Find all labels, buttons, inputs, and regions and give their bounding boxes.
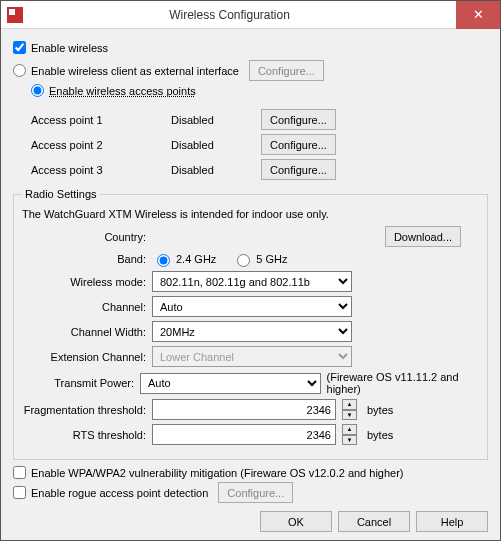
rts-threshold-input[interactable] bbox=[152, 424, 336, 445]
wpa-mitigation-label: Enable WPA/WPA2 vulnerability mitigation… bbox=[31, 467, 404, 479]
cancel-button[interactable]: Cancel bbox=[338, 511, 410, 532]
rts-threshold-label: RTS threshold: bbox=[22, 429, 152, 441]
ap1-name: Access point 1 bbox=[31, 114, 171, 126]
wpa-mitigation-input[interactable] bbox=[13, 466, 26, 479]
rts-unit: bytes bbox=[367, 429, 393, 441]
frag-unit: bytes bbox=[367, 404, 393, 416]
wireless-mode-select[interactable]: 802.11n, 802.11g and 802.11b bbox=[152, 271, 352, 292]
rts-spinner[interactable]: ▲ ▼ bbox=[342, 424, 357, 445]
ap3-status: Disabled bbox=[171, 164, 261, 176]
band-24-input[interactable] bbox=[157, 254, 170, 267]
ap-row-2: Access point 2 Disabled Configure... bbox=[31, 134, 488, 155]
enable-wireless-checkbox[interactable]: Enable wireless bbox=[13, 41, 488, 54]
download-button[interactable]: Download... bbox=[385, 226, 461, 247]
ap1-status: Disabled bbox=[171, 114, 261, 126]
dialog-buttons: OK Cancel Help bbox=[260, 511, 488, 532]
mode-client-configure-button: Configure... bbox=[249, 60, 324, 81]
ap3-name: Access point 3 bbox=[31, 164, 171, 176]
ap2-name: Access point 2 bbox=[31, 139, 171, 151]
transmit-power-hint: (Fireware OS v11.11.2 and higher) bbox=[327, 371, 479, 395]
channel-width-select[interactable]: 20MHz bbox=[152, 321, 352, 342]
extension-channel-label: Extension Channel: bbox=[22, 351, 152, 363]
ap1-configure-button[interactable]: Configure... bbox=[261, 109, 336, 130]
ap2-configure-button[interactable]: Configure... bbox=[261, 134, 336, 155]
band-24-label: 2.4 GHz bbox=[176, 253, 216, 265]
enable-wireless-label: Enable wireless bbox=[31, 42, 108, 54]
wireless-mode-label: Wireless mode: bbox=[22, 276, 152, 288]
rogue-ap-checkbox[interactable]: Enable rogue access point detection bbox=[13, 486, 208, 499]
help-button[interactable]: Help bbox=[416, 511, 488, 532]
transmit-power-select[interactable]: Auto bbox=[140, 373, 321, 394]
country-label: Country: bbox=[22, 231, 152, 243]
rogue-configure-button: Configure... bbox=[218, 482, 293, 503]
indoor-note: The WatchGuard XTM Wireless is intended … bbox=[22, 208, 479, 220]
titlebar: Wireless Configuration ✕ bbox=[1, 1, 500, 29]
mode-client-label: Enable wireless client as external inter… bbox=[31, 65, 239, 77]
frag-spin-up[interactable]: ▲ bbox=[342, 399, 357, 410]
mode-ap-label: Enable wireless access points bbox=[49, 85, 196, 97]
channel-select[interactable]: Auto bbox=[152, 296, 352, 317]
radio-settings-group: Radio Settings The WatchGuard XTM Wirele… bbox=[13, 188, 488, 460]
band-5-radio[interactable]: 5 GHz bbox=[232, 251, 287, 267]
ap3-configure-button[interactable]: Configure... bbox=[261, 159, 336, 180]
frag-threshold-input[interactable] bbox=[152, 399, 336, 420]
channel-label: Channel: bbox=[22, 301, 152, 313]
band-label: Band: bbox=[22, 253, 152, 265]
content: Enable wireless Enable wireless client a… bbox=[1, 29, 500, 540]
ap2-status: Disabled bbox=[171, 139, 261, 151]
frag-spinner[interactable]: ▲ ▼ bbox=[342, 399, 357, 420]
ap-row-3: Access point 3 Disabled Configure... bbox=[31, 159, 488, 180]
enable-wireless-input[interactable] bbox=[13, 41, 26, 54]
radio-settings-legend: Radio Settings bbox=[22, 188, 100, 200]
band-24-radio[interactable]: 2.4 GHz bbox=[152, 251, 216, 267]
mode-ap-radio[interactable]: Enable wireless access points bbox=[31, 84, 488, 97]
band-5-label: 5 GHz bbox=[256, 253, 287, 265]
extension-channel-select: Lower Channel bbox=[152, 346, 352, 367]
ap-row-1: Access point 1 Disabled Configure... bbox=[31, 109, 488, 130]
app-icon bbox=[7, 7, 23, 23]
channel-width-label: Channel Width: bbox=[22, 326, 152, 338]
window-title: Wireless Configuration bbox=[3, 8, 456, 22]
band-5-input[interactable] bbox=[237, 254, 250, 267]
rts-spin-down[interactable]: ▼ bbox=[342, 435, 357, 446]
frag-threshold-label: Fragmentation threshold: bbox=[22, 404, 152, 416]
close-button[interactable]: ✕ bbox=[456, 1, 500, 29]
wpa-mitigation-checkbox[interactable]: Enable WPA/WPA2 vulnerability mitigation… bbox=[13, 466, 488, 479]
transmit-power-label: Transmit Power: bbox=[22, 377, 140, 389]
rogue-ap-input[interactable] bbox=[13, 486, 26, 499]
rogue-ap-label: Enable rogue access point detection bbox=[31, 487, 208, 499]
frag-spin-down[interactable]: ▼ bbox=[342, 410, 357, 421]
rts-spin-up[interactable]: ▲ bbox=[342, 424, 357, 435]
mode-client-input[interactable] bbox=[13, 64, 26, 77]
ok-button[interactable]: OK bbox=[260, 511, 332, 532]
mode-ap-input[interactable] bbox=[31, 84, 44, 97]
mode-client-radio[interactable]: Enable wireless client as external inter… bbox=[13, 64, 239, 77]
